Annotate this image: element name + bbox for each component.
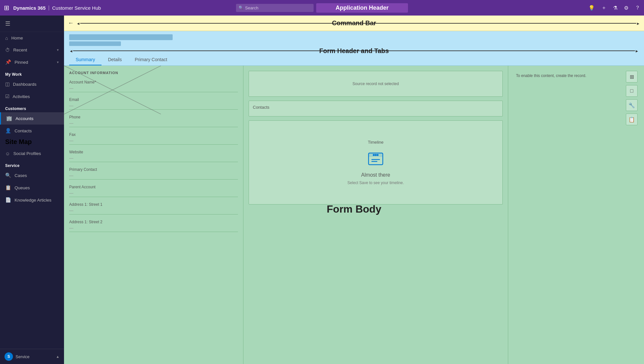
form-tabs: Summary Details Primary Contact [69, 54, 639, 65]
form-header-label: Form Header and Tabs [319, 47, 389, 55]
sidebar-item-recent[interactable]: ⏱ Recent ▾ [0, 44, 64, 56]
arrow-left-icon [76, 20, 80, 26]
sidebar-item-activities[interactable]: ☑ Activities [0, 90, 64, 103]
right-icon-square[interactable]: □ [626, 85, 638, 97]
fh-arrow-right-icon [635, 48, 639, 54]
timeline-icon [367, 150, 384, 170]
command-bar-line [80, 23, 358, 24]
field-address-street2: Address 1: Street 2 --- [69, 220, 238, 232]
sidebar-item-dashboards[interactable]: ◫ Dashboards [0, 78, 64, 90]
timeline-almost-there-text: Almost there [361, 172, 390, 178]
field-primary-contact: Primary Contact --- [69, 167, 238, 180]
form-right-top: To enable this content, create the recor… [513, 71, 639, 125]
back-button[interactable]: ← [68, 20, 74, 27]
field-email-value[interactable]: --- [69, 103, 238, 110]
help-icon[interactable]: ？ [635, 5, 640, 11]
form-right-column: To enable this content, create the recor… [508, 66, 644, 364]
app-name-label: Customer Service Hub [52, 5, 101, 11]
sidebar-activities-label: Activities [13, 94, 30, 99]
waffle-icon[interactable]: ⊞ [4, 4, 9, 12]
form-left-column: ACCOUNT INFORMATION Account Name* --- Em… [64, 66, 243, 364]
field-primary-contact-value[interactable]: --- [69, 173, 238, 180]
contacts-icon: 👤 [5, 128, 11, 134]
site-map-label: Site Map [0, 137, 64, 148]
field-account-name-label: Account Name* [69, 80, 238, 84]
avatar: S [5, 352, 13, 361]
recent-chevron-icon: ▾ [57, 48, 59, 52]
sidebar-dashboards-label: Dashboards [13, 82, 37, 87]
sidebar-cases-label: Cases [15, 173, 27, 178]
field-parent-account-value[interactable]: --- [69, 191, 238, 197]
form-title-placeholder [69, 34, 173, 40]
field-address-street1-label: Address 1: Street 1 [69, 202, 238, 207]
cases-icon: 🔍 [5, 172, 11, 178]
sidebar-item-queues[interactable]: 📋 Queues [0, 182, 64, 194]
home-icon: ⌂ [5, 35, 8, 41]
sidebar-footer: S Service ▲ [0, 349, 64, 364]
settings-icon[interactable]: ⚙ [624, 5, 628, 11]
tab-details[interactable]: Details [102, 54, 128, 65]
sidebar-item-contacts[interactable]: 👤 Contacts [0, 125, 64, 137]
sidebar-item-cases[interactable]: 🔍 Cases [0, 169, 64, 182]
field-fax-value[interactable]: --- [69, 138, 238, 145]
timeline-widget: Timeline Almost there Selec [249, 120, 503, 204]
recent-icon: ⏱ [5, 47, 10, 53]
contacts-widget-title: Contacts [253, 105, 499, 110]
arrow-right-icon [636, 20, 640, 26]
form-header: Form Header and Tabs Summary Details Pri… [64, 31, 644, 66]
sidebar-item-accounts[interactable]: 🏢 Accounts [0, 112, 64, 125]
tab-summary[interactable]: Summary [69, 54, 102, 65]
field-account-name-value[interactable]: --- [69, 86, 238, 92]
sidebar-item-home[interactable]: ⌂ Home [0, 32, 64, 44]
svg-point-8 [377, 154, 379, 156]
source-widget-text: Source record not selected [253, 75, 499, 93]
field-phone-value[interactable]: --- [69, 121, 238, 127]
sidebar-recent-label: Recent [13, 48, 27, 52]
field-parent-account: Parent Account --- [69, 185, 238, 197]
enable-content-text: To enable this content, create the recor… [513, 71, 589, 81]
account-info-section-title: ACCOUNT INFORMATION [69, 71, 238, 75]
field-address-street1-value[interactable]: --- [69, 208, 238, 215]
plus-icon[interactable]: ＋ [601, 5, 606, 11]
pinned-chevron-icon: ▾ [57, 60, 59, 64]
field-fax: Fax --- [69, 132, 238, 145]
command-bar: ← Command Bar [64, 16, 644, 31]
social-profiles-icon: ☺ [5, 151, 10, 156]
header-separator: | [48, 5, 49, 11]
source-widget: Source record not selected [249, 71, 503, 97]
field-address-street2-value[interactable]: --- [69, 226, 238, 232]
form-header-arrows: Form Header and Tabs [69, 48, 639, 54]
sidebar-home-label: Home [11, 36, 23, 40]
header-center: 🔍 Application Header [236, 3, 408, 13]
lightbulb-icon[interactable]: 💡 [588, 5, 595, 11]
footer-chevron-icon[interactable]: ▲ [56, 355, 59, 358]
field-primary-contact-label: Primary Contact [69, 167, 238, 172]
contacts-widget: Contacts [249, 101, 503, 116]
command-bar-line-right [358, 23, 636, 24]
form-header-arrow-row: Form Header and Tabs [69, 48, 639, 54]
tab-primary-contact[interactable]: Primary Contact [128, 54, 174, 65]
field-phone: Phone --- [69, 115, 238, 127]
form-right-icon-buttons: ⊞ □ 🔧 📋 [626, 71, 639, 125]
right-icon-wrench[interactable]: 🔧 [626, 99, 638, 111]
sidebar-item-knowledge-articles[interactable]: 📄 Knowledge Articles [0, 194, 64, 206]
search-input[interactable] [236, 4, 314, 12]
timeline-sub-text: Select Save to see your timeline. [348, 181, 404, 185]
right-icon-grid[interactable]: ⊞ [626, 71, 638, 83]
sidebar-accounts-label: Accounts [16, 116, 34, 121]
svg-point-6 [375, 154, 377, 156]
fh-line-right [354, 50, 635, 51]
sidebar-item-social-profiles[interactable]: ☺ Social Profiles [0, 148, 64, 160]
field-address-street1: Address 1: Street 1 --- [69, 202, 238, 215]
sidebar-item-pinned[interactable]: 📌 Pinned ▾ [0, 56, 64, 68]
field-website-value[interactable]: --- [69, 156, 238, 162]
sidebar-toggle-button[interactable]: ☰ [0, 16, 64, 32]
form-middle-column: Source record not selected Contacts Time… [243, 66, 508, 364]
right-icon-clipboard[interactable]: 📋 [626, 114, 638, 125]
field-website-label: Website [69, 150, 238, 154]
sidebar-contacts-label: Contacts [15, 128, 32, 133]
knowledge-articles-icon: 📄 [5, 197, 11, 203]
filter-icon[interactable]: ⚗ [613, 5, 617, 11]
app-header: ⊞ Dynamics 365 | Customer Service Hub 🔍 … [0, 0, 644, 16]
field-email-label: Email [69, 97, 238, 102]
